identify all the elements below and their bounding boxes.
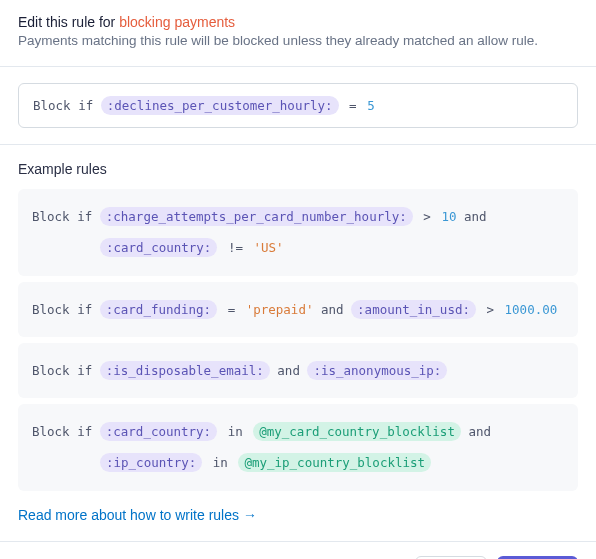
example-rule: Block if :card_country: in @my_card_coun… xyxy=(18,404,578,491)
rule-attribute: :card_funding: xyxy=(100,300,217,319)
rule-editor-section: Block if :declines_per_customer_hourly: … xyxy=(0,67,596,144)
rule-operator: = xyxy=(225,302,239,317)
rule-keyword: Block if xyxy=(32,209,92,224)
rule-and: and xyxy=(464,209,487,224)
cancel-button[interactable]: Cancel xyxy=(415,556,487,560)
rule-list-ref: @my_card_country_blocklist xyxy=(253,422,461,441)
dialog-header: Edit this rule for blocking payments Pay… xyxy=(0,0,596,66)
rule-value: 'US' xyxy=(253,240,283,255)
test-rule-button[interactable]: Test rule xyxy=(497,556,578,560)
dialog-subtitle: Payments matching this rule will be bloc… xyxy=(18,33,578,48)
rule-attribute: :card_country: xyxy=(100,238,217,257)
rule-attribute: :charge_attempts_per_card_number_hourly: xyxy=(100,207,413,226)
rule-attribute: :card_country: xyxy=(100,422,217,441)
rule-attribute: :ip_country: xyxy=(100,453,202,472)
rule-attribute: :is_anonymous_ip: xyxy=(307,361,447,380)
rule-operator: = xyxy=(346,98,360,113)
rule-value: 1000.00 xyxy=(505,302,558,317)
title-prefix: Edit this rule for xyxy=(18,14,119,30)
examples-section: Example rules Block if :charge_attempts_… xyxy=(0,145,596,507)
rule-operator: in xyxy=(210,455,231,470)
example-rule: Block if :charge_attempts_per_card_numbe… xyxy=(18,189,578,276)
title-highlight: blocking payments xyxy=(119,14,235,30)
dialog-footer: Cancel Test rule xyxy=(0,541,596,560)
example-rule: Block if :card_funding: = 'prepaid' and … xyxy=(18,282,578,337)
rule-operator: > xyxy=(420,209,434,224)
arrow-right-icon: → xyxy=(243,507,257,523)
rule-list-ref: @my_ip_country_blocklist xyxy=(238,453,431,472)
docs-link-row: Read more about how to write rules → xyxy=(0,507,596,541)
rule-value: 10 xyxy=(441,209,456,224)
rule-value: 'prepaid' xyxy=(246,302,314,317)
rule-editor-input[interactable]: Block if :declines_per_customer_hourly: … xyxy=(18,83,578,128)
rule-and: and xyxy=(468,424,491,439)
rule-keyword: Block if xyxy=(32,424,92,439)
rule-operator: in xyxy=(225,424,246,439)
rule-keyword: Block if xyxy=(32,302,92,317)
rule-operator: > xyxy=(484,302,498,317)
rule-and: and xyxy=(277,363,300,378)
dialog-title: Edit this rule for blocking payments xyxy=(18,14,578,30)
rule-value: 5 xyxy=(367,98,375,113)
rule-keyword: Block if xyxy=(32,363,92,378)
rule-and: and xyxy=(321,302,344,317)
docs-link-text: Read more about how to write rules xyxy=(18,507,239,523)
rule-attribute: :amount_in_usd: xyxy=(351,300,476,319)
rule-attribute: :declines_per_customer_hourly: xyxy=(101,96,339,115)
rule-attribute: :is_disposable_email: xyxy=(100,361,270,380)
examples-heading: Example rules xyxy=(18,161,578,177)
example-rule: Block if :is_disposable_email: and :is_a… xyxy=(18,343,578,398)
rule-operator: != xyxy=(225,240,246,255)
rule-keyword: Block if xyxy=(33,98,93,113)
docs-link[interactable]: Read more about how to write rules → xyxy=(18,507,257,523)
